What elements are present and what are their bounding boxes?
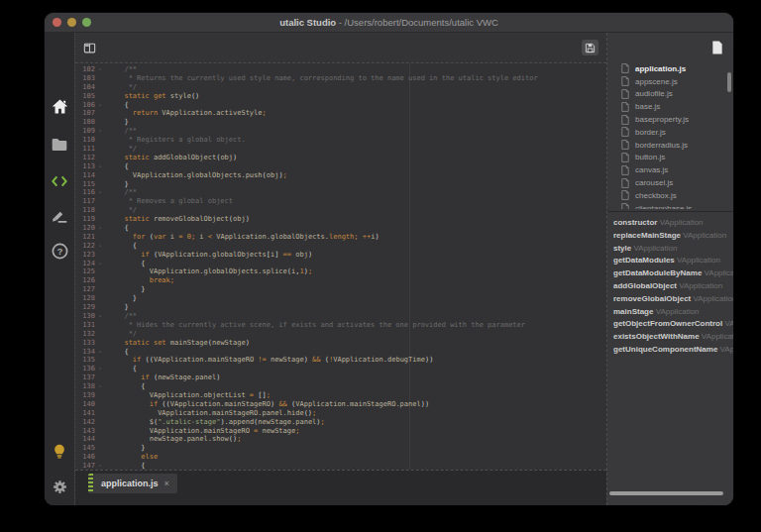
fold-marker[interactable]: - (95, 348, 105, 357)
symbol-item[interactable]: getUniqueComponentName VApplication (607, 344, 733, 357)
fold-marker[interactable] (95, 294, 105, 303)
file-item[interactable]: clientappbase.js (607, 202, 733, 209)
save-button[interactable] (582, 40, 598, 55)
fold-marker[interactable] (95, 453, 105, 462)
code-line[interactable]: 120- { (75, 224, 606, 233)
code-line[interactable]: 125 VApplication.globalObjects.splice(i,… (75, 267, 606, 276)
file-item[interactable]: audiofile.js (607, 88, 733, 101)
symbol-item[interactable]: getDataModules VApplication (607, 255, 733, 267)
fold-marker[interactable] (95, 92, 105, 101)
code-line[interactable]: 121 for (var i = 0; i < VApplication.glo… (75, 233, 606, 242)
fold-marker[interactable] (95, 391, 105, 400)
fold-marker[interactable] (95, 109, 105, 118)
code-line[interactable]: 105 static get style() (75, 92, 606, 101)
fold-marker[interactable]: - (95, 462, 105, 470)
home-icon[interactable] (45, 98, 74, 115)
code-editor[interactable]: 102- /**103 * Returns the currently used… (75, 63, 606, 470)
code-line[interactable]: 104 */ (75, 83, 606, 92)
fold-marker[interactable]: - (95, 162, 105, 171)
folder-icon[interactable] (45, 138, 74, 152)
fold-marker[interactable] (95, 303, 105, 312)
code-line[interactable]: 119 static removeGlobalObject(obj) (75, 215, 606, 224)
fold-marker[interactable]: - (95, 101, 105, 110)
file-item[interactable]: border.js (607, 126, 733, 139)
gear-icon[interactable] (45, 479, 74, 495)
code-line[interactable]: 144 newStage.panel.show(); (75, 435, 606, 444)
symbol-item[interactable]: addGlobalObject VApplication (607, 280, 733, 293)
code-line[interactable]: 118 */ (75, 206, 606, 215)
code-line[interactable]: 102- /** (75, 65, 606, 74)
title-bar[interactable]: utalic Studio - /Users/robert/Documents/… (45, 13, 733, 33)
code-line[interactable]: 111 */ (75, 145, 606, 154)
symbol-item[interactable]: getObjectFromOwnerControl VApplication (607, 318, 733, 331)
code-line[interactable]: 113- { (75, 162, 606, 171)
code-line[interactable]: 142 $(".utalic-stage").append(newStage.p… (75, 418, 606, 427)
code-icon[interactable] (45, 175, 74, 187)
file-item[interactable]: borderradius.js (607, 139, 733, 152)
code-line[interactable]: 138- { (75, 382, 606, 391)
code-line[interactable]: 114 VApplication.globalObjects.push(obj)… (75, 171, 606, 180)
file-item[interactable]: checkbox.js (607, 189, 733, 202)
code-line[interactable]: 130- /** (75, 312, 606, 321)
fold-marker[interactable] (95, 251, 105, 260)
code-line[interactable]: 141 VApplication.mainStageRO.panel.hide(… (75, 409, 606, 418)
fold-marker[interactable]: - (95, 260, 105, 268)
code-line[interactable]: 136- { (75, 365, 606, 373)
code-line[interactable]: 131 * Hides the currently active scene, … (75, 321, 606, 330)
fold-marker[interactable]: - (95, 65, 105, 74)
lightbulb-icon[interactable] (45, 444, 74, 459)
fold-marker[interactable] (95, 197, 105, 206)
fold-marker[interactable] (95, 435, 105, 444)
fold-marker[interactable]: - (95, 242, 105, 251)
code-line[interactable]: 140 if ((VApplication.mainStageRO) && (V… (75, 400, 606, 409)
fold-marker[interactable] (95, 373, 105, 382)
fold-marker[interactable] (95, 154, 105, 162)
code-line[interactable]: 146 else (75, 453, 606, 462)
fold-marker[interactable] (95, 206, 105, 215)
fold-marker[interactable] (95, 321, 105, 330)
code-line[interactable]: 147- { (75, 462, 606, 470)
code-line[interactable]: 145 } (75, 444, 606, 453)
symbol-item[interactable]: removeGlobalObject VApplication (607, 293, 733, 306)
fold-marker[interactable] (95, 118, 105, 127)
fold-marker[interactable] (95, 444, 105, 453)
fold-marker[interactable] (95, 339, 105, 348)
code-line[interactable]: 135 if ((VApplication.mainStageRO != new… (75, 356, 606, 365)
file-item[interactable]: carousel.js (607, 176, 733, 189)
fold-marker[interactable] (95, 356, 105, 365)
code-line[interactable]: 132 */ (75, 330, 606, 339)
vertical-scrollbar[interactable] (727, 72, 731, 92)
fold-marker[interactable] (95, 215, 105, 224)
code-line[interactable]: 116- /** (75, 188, 606, 197)
code-line[interactable]: 134- { (75, 348, 606, 357)
fold-marker[interactable] (95, 267, 105, 276)
file-item[interactable]: baseproperty.js (607, 113, 733, 126)
pen-icon[interactable] (45, 211, 74, 223)
fold-marker[interactable] (95, 418, 105, 427)
file-item[interactable]: base.js (607, 100, 733, 113)
code-line[interactable]: 139 VApplication.objectList = []; (75, 391, 606, 400)
tab-application-js[interactable]: application.js × (88, 474, 177, 493)
symbol-item[interactable]: style VApplication (607, 243, 733, 256)
fold-marker[interactable] (95, 136, 105, 145)
file-item[interactable]: button.js (607, 152, 733, 164)
code-line[interactable]: 110 * Registers a global object. (75, 136, 606, 145)
fold-marker[interactable]: - (95, 382, 105, 391)
fold-marker[interactable]: - (95, 312, 105, 321)
tab-close-icon[interactable]: × (164, 479, 177, 488)
fold-marker[interactable] (95, 400, 105, 409)
symbol-item[interactable]: getDataModuleByName VApplication (607, 267, 733, 280)
code-line[interactable]: 103 * Returns the currently used style n… (75, 74, 606, 83)
new-document-icon[interactable] (711, 41, 723, 54)
fold-marker[interactable] (95, 171, 105, 180)
fold-marker[interactable] (95, 285, 105, 294)
fold-marker[interactable] (95, 180, 105, 189)
code-line[interactable]: 108 } (75, 118, 606, 127)
code-line[interactable]: 128 } (75, 294, 606, 303)
fold-marker[interactable] (95, 145, 105, 154)
help-icon[interactable]: ? (45, 243, 74, 260)
symbol-item[interactable]: replaceMainStage VApplication (607, 230, 733, 243)
code-line[interactable]: 112 static addGlobalObject(obj) (75, 154, 606, 162)
file-item[interactable]: application.js (607, 62, 733, 75)
symbol-item[interactable]: mainStage VApplication (607, 306, 733, 319)
